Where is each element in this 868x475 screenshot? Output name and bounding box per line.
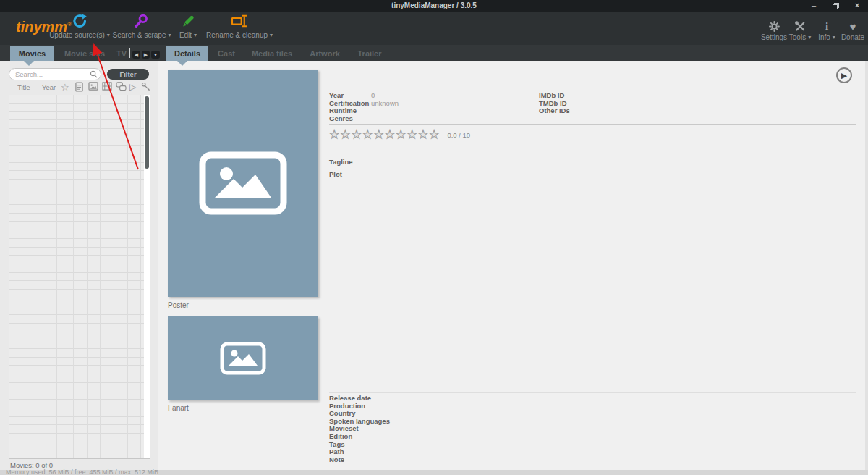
restore-button[interactable] [829,0,842,12]
field-value: 0 [371,92,375,100]
field-label: Year [329,92,371,100]
dropdown-caret-icon: ▾ [194,32,197,38]
rating-column-star-icon[interactable]: ☆ [61,82,69,93]
nfo-column-document-icon[interactable] [75,82,83,92]
column-header-year[interactable]: Year [42,83,56,91]
column-header-title[interactable]: Title [17,83,30,91]
trailer-column-film-icon[interactable] [102,82,112,91]
separator [329,143,856,143]
details-fields-bottom: Release date Production Country Spoken l… [329,395,390,463]
play-movie-button[interactable]: ▶ [836,67,852,83]
dropdown-caret-icon: ▾ [270,32,273,38]
separator [329,392,856,393]
images-column-image-icon[interactable] [88,82,98,91]
separator [329,88,856,88]
rating-star-icon[interactable]: ★ [418,128,429,140]
edit-pencil-icon [181,13,195,29]
subtitles-column-speech-bubbles-icon[interactable] [116,82,127,91]
filter-button[interactable]: Filter [107,69,149,80]
search-icon [134,13,150,29]
update-sources-label: Update source(s) [49,31,105,39]
tab-bar [0,45,868,61]
play-icon: ▶ [841,71,847,80]
rename-icon [231,13,248,29]
update-sources-button[interactable]: Update source(s)▾ [49,13,110,39]
minimize-button[interactable]: – [807,0,820,12]
field-label: Release date [329,395,390,403]
window-edge [865,61,868,470]
rating-star-icon[interactable]: ★ [407,128,417,140]
tab-scroll-right-button[interactable]: ▶ [142,51,150,59]
rename-cleanup-label: Rename & cleanup [206,31,268,39]
close-button[interactable]: × [851,0,864,12]
movie-table[interactable] [9,95,144,458]
restore-icon [833,3,839,9]
tab-media-files[interactable]: Media files [246,46,298,61]
rating-star-icon[interactable]: ★ [352,128,362,140]
fanart-placeholder[interactable] [168,316,318,400]
tab-details[interactable]: Details [166,46,208,61]
info-button[interactable]: i Info▾ [818,20,835,41]
donate-button[interactable]: ♥ Donate [841,20,864,41]
tools-button[interactable]: Tools▾ [789,20,811,41]
active-tab-pointer [177,61,187,66]
settings-button[interactable]: Settings [761,20,787,41]
close-icon: × [855,1,859,9]
rating-star-icon[interactable]: ★ [340,128,351,140]
rating-star-icon[interactable]: ★ [373,128,384,140]
edit-button[interactable]: Edit▾ [179,13,197,39]
titlebar: tinyMediaManager / 3.0.5 [0,0,868,12]
dropdown-caret-icon: ▾ [168,32,171,38]
tab-cast[interactable]: Cast [213,46,240,61]
tab-list-dropdown-button[interactable]: ▼ [151,51,160,59]
plot-label: Plot [329,170,342,178]
tab-scroll-left-button[interactable]: ◀ [132,51,140,59]
dropdown-caret-icon: ▾ [107,32,110,38]
details-panel: Poster Fanart ▶ Year0 Certificationunkno… [158,61,865,470]
table-column-divider [87,95,88,458]
tab-movie-sets[interactable]: Movie sets [61,46,109,61]
field-value: unknown [371,100,399,108]
scrollbar-thumb[interactable] [145,96,149,169]
tab-divider [129,48,130,58]
info-icon: i [825,20,828,32]
rating-star-icon[interactable]: ★ [396,128,407,140]
memory-status: Memory used: 56 MiB / free: 455 MiB / ma… [6,468,158,475]
poster-placeholder[interactable] [168,70,318,297]
search-scrape-label: Search & scrape [113,31,166,39]
image-placeholder-icon [220,342,266,375]
donate-label: Donate [841,33,864,41]
movie-table-scrollbar[interactable] [144,95,150,458]
search-scrape-button[interactable]: Search & scrape▾ [113,13,171,39]
table-column-divider [140,95,141,458]
watched-column-play-icon[interactable]: ▷ [129,82,136,93]
search-input[interactable] [9,68,101,80]
details-fields-right: IMDb ID TMDb ID Other IDs [539,92,698,115]
rating-star-icon[interactable]: ★ [329,128,340,140]
rating-star-strip: ★★★★★★★★★★ [329,128,440,141]
tab-artwork[interactable]: Artwork [305,46,344,61]
settings-label: Settings [761,33,787,41]
minimize-icon: – [812,1,816,9]
tab-tv[interactable]: TV [114,46,129,61]
table-column-divider [73,95,74,458]
rating-stars: ★★★★★★★★★★ 0.0 / 10 [329,128,470,141]
rating-star-icon[interactable]: ★ [429,128,440,140]
field-label: Edition [329,433,390,441]
table-column-divider [56,95,57,458]
edit-label: Edit [179,31,192,39]
rating-star-icon[interactable]: ★ [385,128,396,140]
tab-trailer[interactable]: Trailer [352,46,388,61]
details-fields-left: Year0 Certificationunknown Runtime Genre… [329,92,532,122]
dropdown-caret-icon: ▾ [808,34,811,41]
rename-cleanup-button[interactable]: Rename & cleanup▾ [206,13,273,39]
active-tab-pointer [24,61,34,66]
tab-movies[interactable]: Movies [10,46,54,61]
rating-star-icon[interactable]: ★ [362,128,373,140]
separator [329,124,856,125]
rating-value: 0.0 / 10 [447,131,470,139]
gear-icon [768,20,779,32]
field-label: Note [329,456,390,464]
audio-column-key-icon[interactable] [141,82,150,91]
table-column-divider [100,95,101,458]
